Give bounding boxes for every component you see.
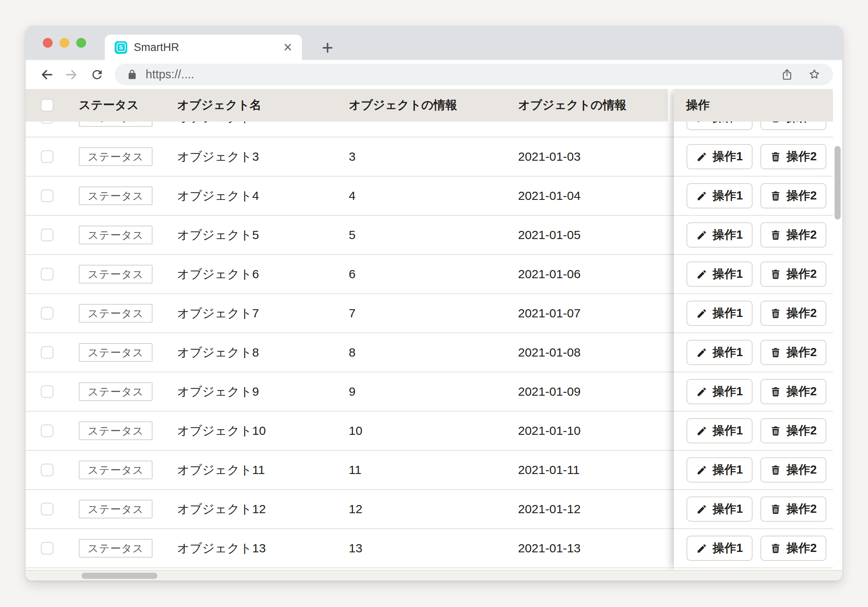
table-row-actions: 操作1 操作2 — [674, 372, 833, 412]
object-name-cell: オブジェクト6 — [177, 266, 259, 283]
new-tab-button[interactable]: + — [313, 35, 342, 60]
horizontal-scrollbar[interactable] — [26, 570, 842, 580]
delete-button-label: 操作2 — [786, 188, 817, 204]
row-checkbox[interactable] — [41, 151, 53, 163]
address-bar[interactable]: https://.... — [115, 64, 833, 85]
zoom-window-button[interactable] — [76, 38, 86, 48]
table-row: ステータス オブジェクト5 5 2021-01-05 — [26, 216, 674, 255]
edit-button[interactable]: 操作1 — [686, 536, 753, 561]
object-name-cell: オブジェクト7 — [177, 305, 259, 322]
object-info-cell: 13 — [349, 541, 362, 555]
object-name-cell: オブジェクト10 — [177, 423, 266, 439]
edit-button[interactable]: 操作1 — [686, 340, 753, 365]
delete-button[interactable]: 操作2 — [760, 261, 826, 287]
trash-icon — [770, 543, 781, 554]
edit-button[interactable]: 操作1 — [686, 183, 753, 208]
forward-button[interactable] — [59, 62, 84, 87]
row-checkbox[interactable] — [41, 425, 53, 437]
edit-button-label: 操作1 — [713, 148, 743, 165]
edit-button[interactable]: 操作1 — [686, 496, 753, 522]
delete-button[interactable]: 操作2 — [760, 496, 826, 522]
row-checkbox[interactable] — [41, 503, 53, 516]
actions-body: 操作1 操作2 操作1 — [674, 98, 833, 568]
object-info-cell: 5 — [349, 228, 356, 242]
lock-icon — [127, 69, 137, 80]
object-date-cell: 2021-01-06 — [518, 267, 580, 281]
header-status: ステータス — [79, 97, 139, 113]
row-checkbox[interactable] — [41, 346, 53, 359]
status-badge: ステータス — [79, 500, 153, 518]
table-row-actions: 操作1 操作2 — [674, 255, 833, 294]
edit-button[interactable]: 操作1 — [686, 144, 753, 169]
row-checkbox[interactable] — [41, 542, 53, 555]
delete-button[interactable]: 操作2 — [760, 301, 826, 326]
select-all-checkbox[interactable] — [41, 99, 53, 112]
object-name-cell: オブジェクト13 — [177, 540, 266, 557]
edit-button-label: 操作1 — [713, 383, 743, 400]
star-icon[interactable] — [808, 68, 821, 81]
url-text: https://.... — [146, 68, 194, 81]
table-row: ステータス オブジェクト12 12 2021-01-12 — [26, 490, 674, 529]
table-header: ステータス オブジェクト名 オブジェクトの情報 オブジェクトの情報 — [26, 89, 668, 122]
table-row-actions: 操作1 操作2 — [674, 294, 833, 333]
vertical-scrollbar-thumb[interactable] — [835, 146, 841, 219]
trash-icon — [770, 465, 781, 476]
delete-button[interactable]: 操作2 — [760, 379, 826, 404]
delete-button[interactable]: 操作2 — [760, 340, 826, 365]
edit-button[interactable]: 操作1 — [686, 418, 753, 443]
pencil-icon — [696, 308, 707, 319]
row-checkbox[interactable] — [41, 307, 53, 320]
status-badge: ステータス — [79, 343, 153, 362]
edit-button[interactable]: 操作1 — [686, 261, 753, 287]
edit-button-label: 操作1 — [713, 501, 743, 517]
delete-button-label: 操作2 — [786, 501, 817, 517]
delete-button[interactable]: 操作2 — [760, 183, 826, 208]
object-info-cell: 7 — [349, 306, 356, 320]
object-date-cell: 2021-01-04 — [518, 189, 580, 203]
reload-button[interactable] — [84, 62, 110, 87]
header-object-info: オブジェクトの情報 — [518, 97, 627, 113]
object-info-cell: 12 — [349, 502, 362, 516]
row-checkbox[interactable] — [41, 464, 53, 476]
window-controls — [43, 26, 86, 60]
edit-button[interactable]: 操作1 — [686, 379, 753, 404]
delete-button-label: 操作2 — [786, 383, 817, 400]
edit-button[interactable]: 操作1 — [686, 301, 753, 326]
object-info-cell: 10 — [349, 424, 362, 438]
edit-button[interactable]: 操作1 — [686, 222, 753, 248]
row-checkbox[interactable] — [41, 385, 53, 398]
close-window-button[interactable] — [43, 38, 53, 48]
trash-icon — [770, 230, 781, 241]
edit-button-label: 操作1 — [713, 540, 743, 556]
actions-fixed-column: 操作1 操作2 操作1 — [674, 89, 833, 570]
share-icon[interactable] — [781, 68, 793, 81]
row-checkbox[interactable] — [41, 229, 53, 241]
delete-button[interactable]: 操作2 — [760, 536, 826, 561]
table-row: ステータス オブジェクト8 8 2021-01-08 — [26, 333, 674, 372]
back-button[interactable] — [34, 62, 59, 87]
edit-button-label: 操作1 — [713, 423, 743, 439]
trash-icon — [770, 504, 781, 515]
delete-button[interactable]: 操作2 — [760, 457, 826, 483]
delete-button[interactable]: 操作2 — [760, 418, 826, 443]
minimize-window-button[interactable] — [60, 38, 69, 48]
status-badge: ステータス — [79, 186, 153, 205]
delete-button-label: 操作2 — [786, 423, 817, 439]
browser-tab-smarthr[interactable]: S SmartHR × — [105, 35, 302, 60]
row-checkbox[interactable] — [41, 190, 53, 202]
browser-toolbar: https://.... — [26, 60, 842, 89]
table-row-actions: 操作1 操作2 — [674, 412, 833, 451]
edit-button-label: 操作1 — [713, 305, 743, 321]
table-row-actions: 操作1 操作2 — [674, 177, 833, 216]
row-checkbox[interactable] — [41, 268, 53, 281]
object-info-cell: 8 — [349, 346, 356, 359]
edit-button[interactable]: 操作1 — [686, 457, 753, 483]
delete-button[interactable]: 操作2 — [760, 222, 826, 248]
status-badge: ステータス — [79, 382, 153, 401]
trash-icon — [770, 386, 781, 397]
delete-button-label: 操作2 — [786, 305, 817, 321]
close-tab-icon[interactable]: × — [283, 40, 292, 55]
delete-button[interactable]: 操作2 — [760, 144, 826, 169]
horizontal-scrollbar-thumb[interactable] — [82, 573, 157, 579]
favicon-letter: S — [117, 43, 126, 52]
